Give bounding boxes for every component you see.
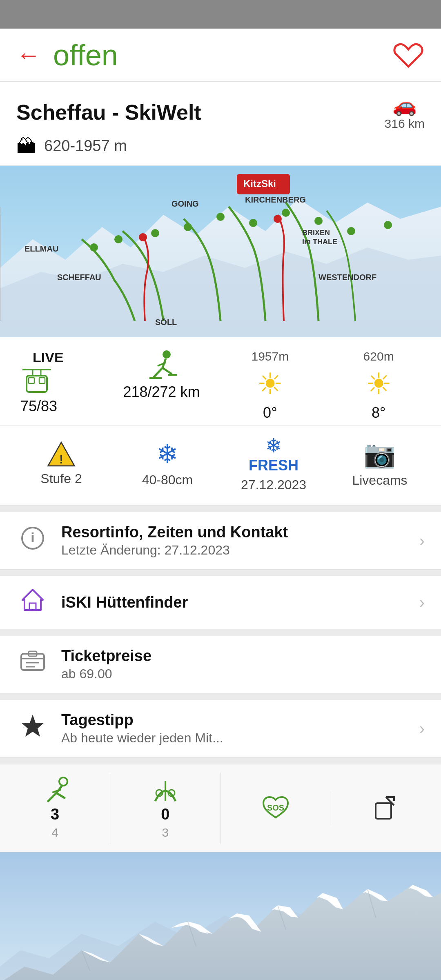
- svg-point-24: [384, 221, 392, 229]
- svg-text:WESTENDORF: WESTENDORF: [318, 273, 376, 282]
- elevation-text: 620-1957 m: [44, 137, 127, 155]
- resort-info-row[interactable]: i Resortinfo, Zeiten und Kontakt Letzte …: [0, 512, 441, 570]
- temp-top: 0°: [263, 404, 277, 421]
- slopes-total: 4: [51, 826, 58, 840]
- separator-5: [0, 757, 441, 764]
- separator-3: [0, 629, 441, 636]
- fresh-date: 27.12.2023: [241, 477, 306, 492]
- slopes-icon: [41, 777, 69, 803]
- slopes-stat: 218/272 km: [123, 383, 200, 401]
- svg-point-15: [90, 243, 98, 252]
- gondola-icon: [20, 365, 53, 396]
- camera-icon: 📷: [363, 439, 396, 470]
- mountain-panorama: [0, 852, 441, 980]
- gondola-stat: 75/83: [20, 398, 107, 415]
- panorama-svg: [0, 852, 441, 980]
- svg-text:GOING: GOING: [172, 199, 199, 208]
- livecams-col[interactable]: 📷 Livecams: [327, 439, 433, 488]
- share-col[interactable]: [331, 791, 441, 826]
- svg-point-19: [216, 213, 225, 221]
- car-distance-info: 🚗 316 km: [385, 94, 425, 131]
- svg-text:SÖLL: SÖLL: [155, 318, 177, 327]
- snow-depth-label: 40-80cm: [142, 472, 193, 488]
- fresh-snow-icon: ❄: [265, 434, 282, 457]
- svg-text:KIRCHENBERG: KIRCHENBERG: [245, 195, 306, 204]
- svg-point-17: [151, 229, 159, 237]
- header: ← offen: [0, 29, 441, 82]
- svg-rect-32: [39, 378, 45, 383]
- resort-info-subtitle: Letzte Änderung: 27.12.2023: [61, 543, 407, 558]
- svg-text:KitzSki: KitzSki: [243, 178, 276, 189]
- back-button[interactable]: ←: [16, 41, 41, 69]
- svg-point-21: [282, 209, 290, 217]
- lifts-total: 3: [162, 826, 169, 840]
- svg-text:ELLMAU: ELLMAU: [24, 244, 58, 253]
- svg-point-20: [249, 219, 257, 227]
- tagestipp-title: Tagestipp: [61, 711, 407, 729]
- sun-icon-bottom: ☀: [365, 367, 392, 401]
- chevron-icon-2: ›: [419, 593, 425, 612]
- huttenfinder-title: iSKI Hüttenfinder: [61, 594, 407, 611]
- svg-text:!: !: [59, 453, 63, 466]
- ticket-subtitle: ab 69.00: [61, 666, 425, 682]
- resort-info-text: Resortinfo, Zeiten und Kontakt Letzte Än…: [61, 523, 407, 558]
- svg-rect-31: [29, 378, 34, 383]
- resort-name: Scheffau - SkiWelt: [16, 100, 201, 125]
- svg-point-22: [314, 217, 323, 225]
- svg-point-16: [114, 235, 122, 243]
- lifts-open-num: 0: [161, 806, 169, 823]
- svg-line-36: [163, 368, 172, 374]
- tagestipp-row[interactable]: Tagestipp Ab heute wieder jeden Mit... ›: [0, 700, 441, 757]
- ticket-title: Ticketpreise: [61, 647, 425, 665]
- svg-point-52: [59, 777, 67, 786]
- skier-icon: [145, 350, 178, 380]
- distance-label: 316 km: [385, 117, 425, 131]
- huttenfinder-text: iSKI Hüttenfinder: [61, 594, 407, 611]
- svg-text:i: i: [31, 530, 34, 545]
- conditions-row: ! Stufe 2 ❄ 40-80cm ❄ FRESH 27.12.2023 📷…: [0, 425, 441, 497]
- map-image: ELLMAU SCHEFFAU GOING KIRCHENBERG BRIXEN…: [0, 166, 441, 337]
- svg-point-25: [139, 233, 147, 241]
- huttenfinder-row[interactable]: iSKI Hüttenfinder ›: [0, 576, 441, 629]
- status-bar: [0, 0, 441, 29]
- live-label: LIVE: [20, 350, 107, 365]
- mountain-icon: 🏔: [16, 135, 36, 157]
- huttenfinder-icon: [16, 588, 49, 617]
- resort-map[interactable]: ELLMAU SCHEFFAU GOING KIRCHENBERG BRIXEN…: [0, 166, 441, 337]
- resort-info-title: Resortinfo, Zeiten und Kontakt: [61, 523, 407, 541]
- chevron-icon-4: ›: [419, 719, 425, 738]
- ticket-row[interactable]: Ticketpreise ab 69.00: [0, 636, 441, 693]
- tagestipp-text: Tagestipp Ab heute wieder jeden Mit...: [61, 711, 407, 746]
- svg-rect-57: [376, 803, 391, 819]
- svg-marker-44: [22, 590, 43, 610]
- svg-line-35: [154, 368, 163, 377]
- favorite-button[interactable]: [392, 39, 425, 71]
- live-stats-section: LIVE 75/83: [0, 337, 441, 506]
- car-icon: 🚗: [392, 94, 417, 117]
- svg-text:im THALE: im THALE: [302, 238, 337, 246]
- fresh-snow-col: ❄ FRESH 27.12.2023: [220, 434, 327, 492]
- ticket-icon: [16, 649, 49, 680]
- svg-point-33: [163, 350, 171, 359]
- separator-1: [0, 506, 441, 512]
- svg-text:SCHEFFAU: SCHEFFAU: [57, 273, 101, 282]
- sos-col[interactable]: SOS: [221, 791, 331, 826]
- slopes-open-col[interactable]: 3 4: [0, 773, 110, 844]
- sun-icon-top: ☀: [257, 367, 283, 401]
- lifts-open-col[interactable]: 0 3: [110, 773, 220, 844]
- top-altitude: 1957m: [251, 350, 289, 363]
- svg-text:BRIXEN: BRIXEN: [302, 229, 330, 237]
- share-icon: [372, 795, 400, 822]
- snow-depth-col: ❄ 40-80cm: [114, 439, 220, 488]
- svg-point-26: [274, 215, 282, 223]
- star-icon: [16, 713, 49, 744]
- avalanche-label: Stufe 2: [40, 471, 82, 486]
- resort-info: Scheffau - SkiWelt 🚗 316 km 🏔 620-1957 m: [0, 82, 441, 166]
- avalanche-col: ! Stufe 2: [8, 440, 114, 486]
- page-title: offen: [53, 38, 392, 72]
- svg-point-23: [347, 227, 355, 235]
- separator-2: [0, 570, 441, 576]
- ticket-text: Ticketpreise ab 69.00: [61, 647, 425, 682]
- slopes-open-num: 3: [51, 806, 59, 823]
- svg-point-18: [184, 223, 192, 231]
